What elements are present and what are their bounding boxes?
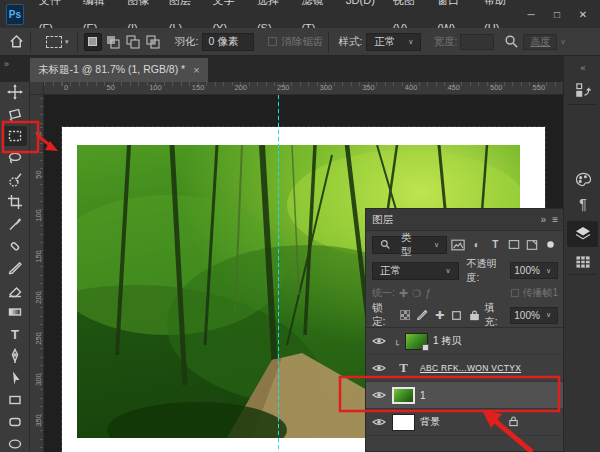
quick-selection-tool-icon xyxy=(7,172,23,188)
clipping-mask-icon: ⌐ xyxy=(391,337,402,345)
toolbar-collapse-icon[interactable]: » xyxy=(4,59,9,69)
opacity-label: 不透明度: xyxy=(467,257,507,285)
gradient-tool[interactable] xyxy=(3,302,27,322)
filter-toggle-icon[interactable] xyxy=(544,237,558,252)
antialias-checkbox[interactable] xyxy=(268,37,277,46)
panel-collapse-icon[interactable]: » xyxy=(541,214,547,225)
filter-shape-layers-icon[interactable] xyxy=(507,237,521,252)
layers-panel-icon[interactable] xyxy=(572,223,594,243)
visibility-eye-icon[interactable] xyxy=(371,388,387,402)
rectangular-marquee-tool[interactable] xyxy=(3,126,27,146)
propagate-label: 传播帧1 xyxy=(522,286,558,300)
lock-position-icon[interactable]: ✚ xyxy=(433,309,446,322)
filter-pixel-layers-icon[interactable] xyxy=(451,237,465,252)
pen-tool[interactable] xyxy=(3,346,27,366)
ellipse-tool[interactable] xyxy=(3,434,27,452)
document-tab-bar: 未标题-1 @ 81.7% (1, RGB/8) * × xyxy=(0,56,563,82)
artboard-tool[interactable] xyxy=(3,104,27,124)
brush-tool-icon xyxy=(7,260,23,276)
chevron-down-icon: ∨ xyxy=(560,38,565,46)
healing-brush-tool[interactable] xyxy=(3,236,27,256)
lock-artboard-icon[interactable] xyxy=(450,309,463,322)
lasso-tool[interactable] xyxy=(3,148,27,168)
fill-label: 填充: xyxy=(485,301,507,329)
lock-all-icon[interactable] xyxy=(468,309,481,322)
layer-row-background[interactable]: 背景 xyxy=(366,409,564,436)
layer-row-1-selected[interactable]: 1 xyxy=(366,382,564,409)
opacity-input[interactable]: 100% ∨ xyxy=(510,262,558,279)
style-dropdown[interactable]: 正常 ∨ xyxy=(366,33,421,51)
layers-tab[interactable]: 图层 xyxy=(372,213,393,227)
visibility-eye-icon[interactable] xyxy=(371,415,387,429)
photoshop-logo: Ps xyxy=(6,4,24,25)
layer-row-text[interactable]: T ABC RFK...WON VCTYX xyxy=(366,355,564,382)
layer-row-copy[interactable]: ⌐ 1 拷贝 xyxy=(366,328,564,355)
feather-input[interactable]: 0 像素 xyxy=(202,33,254,51)
rectangular-marquee-tool-icon xyxy=(7,128,23,144)
filter-type-dropdown[interactable]: 类型 ∨ xyxy=(372,236,447,254)
horizontal-ruler: 050100150200250300350400450500550 xyxy=(44,82,563,95)
channels-grid-panel-icon[interactable] xyxy=(572,252,594,272)
visibility-eye-icon[interactable] xyxy=(371,334,387,348)
lock-transparency-icon[interactable] xyxy=(399,309,412,322)
tab-close-icon[interactable]: × xyxy=(193,64,199,76)
blend-mode-dropdown[interactable]: 正常 ∨ xyxy=(372,262,459,280)
rectangle-tool[interactable] xyxy=(3,390,27,410)
home-icon[interactable] xyxy=(8,33,25,50)
layer-name[interactable]: 1 xyxy=(420,390,426,401)
dock-collapse-icon[interactable]: « xyxy=(572,58,594,78)
ellipse-tool-icon xyxy=(7,436,23,452)
panel-menu-icon[interactable]: ≡ xyxy=(552,214,558,225)
minimize-button[interactable]: ─ xyxy=(520,5,542,23)
fill-input[interactable]: 100% ∨ xyxy=(510,307,558,324)
rounded-rectangle-tool[interactable] xyxy=(3,412,27,432)
filter-type-layers-icon[interactable]: T xyxy=(488,237,502,252)
unify-label: 统一: xyxy=(372,286,395,300)
visibility-eye-icon[interactable] xyxy=(371,361,387,375)
rounded-rectangle-tool-icon xyxy=(7,414,23,430)
chevron-down-icon[interactable]: ▾ xyxy=(65,38,69,46)
layer-name[interactable]: 背景 xyxy=(420,415,440,429)
layer-thumbnail[interactable] xyxy=(405,333,428,350)
ruler-corner xyxy=(30,82,44,95)
layer-thumbnail[interactable] xyxy=(392,387,415,404)
vruler-label: 250 xyxy=(34,332,43,346)
filter-smart-objects-icon[interactable] xyxy=(525,237,539,252)
filter-adjustment-layers-icon[interactable]: ◐ xyxy=(470,237,484,252)
lasso-tool-icon xyxy=(7,150,23,166)
add-to-selection-mode-button[interactable] xyxy=(104,33,122,51)
unify-row: 统一: ✚ ❍ ƒ 传播帧1 xyxy=(366,283,564,303)
swatches-panel-icon[interactable] xyxy=(572,169,594,189)
layer-thumbnail[interactable] xyxy=(392,414,415,431)
marquee-tool-preset-icon[interactable] xyxy=(46,36,62,48)
move-tool[interactable] xyxy=(3,82,27,102)
path-selection-tool[interactable] xyxy=(3,368,27,388)
text-layer-icon: T xyxy=(392,361,415,376)
hruler-label: 550 xyxy=(533,83,546,92)
eraser-tool-icon xyxy=(7,282,23,298)
new-selection-mode-button[interactable] xyxy=(84,33,102,51)
close-button[interactable]: ✕ xyxy=(572,5,594,23)
paragraph-panel-icon[interactable]: ¶ xyxy=(572,194,594,214)
type-tool[interactable]: T xyxy=(3,324,27,344)
history-panel-icon[interactable] xyxy=(572,80,594,100)
maximize-button[interactable]: □ xyxy=(546,5,568,23)
window-controls: ─ □ ✕ xyxy=(520,5,600,23)
eraser-tool[interactable] xyxy=(3,280,27,300)
layer-name[interactable]: ABC RFK...WON VCTYX xyxy=(420,363,521,373)
layers-list: ⌐ 1 拷贝 T ABC RFK...WON VCTYX 1 xyxy=(366,327,564,436)
document-tab[interactable]: 未标题-1 @ 81.7% (1, RGB/8) * × xyxy=(30,58,208,82)
hruler-label: 50 xyxy=(107,83,115,92)
brush-tool[interactable] xyxy=(3,258,27,278)
crop-tool[interactable] xyxy=(3,192,27,212)
layer-name[interactable]: 1 拷贝 xyxy=(433,334,461,348)
lock-pixels-brush-icon[interactable] xyxy=(416,309,429,322)
subtract-from-selection-mode-button[interactable] xyxy=(124,33,142,51)
vruler-label: 100 xyxy=(34,209,43,223)
search-icon[interactable] xyxy=(504,34,519,49)
guide-line[interactable] xyxy=(278,95,279,452)
chevron-down-icon: ∨ xyxy=(546,311,551,319)
eyedropper-tool[interactable] xyxy=(3,214,27,234)
quick-selection-tool[interactable] xyxy=(3,170,27,190)
intersect-selection-mode-button[interactable] xyxy=(144,33,162,51)
